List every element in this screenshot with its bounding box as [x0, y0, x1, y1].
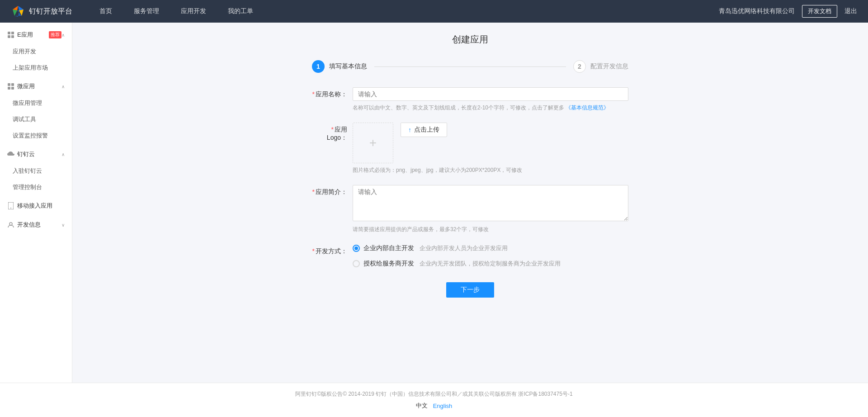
sidebar-item-appdev[interactable]: 应用开发 — [0, 43, 72, 60]
sidebar-group-cloud-header[interactable]: 钉钉云 ∧ — [0, 146, 72, 163]
svg-rect-8 — [8, 35, 10, 38]
app-logo-content: + ↑ 点击上传 图片格式必须为：png、jpeg、jpg，建议大小为200PX… — [353, 123, 628, 174]
svg-marker-3 — [13, 9, 17, 16]
app-logo-label: 应用Logo： — [312, 123, 353, 142]
app-name-input[interactable] — [353, 87, 628, 101]
logo-upload-button[interactable]: ↑ 点击上传 — [401, 123, 447, 137]
logo-text: 钉钉开放平台 — [29, 7, 72, 16]
eapp-arrow: ∧ — [61, 33, 65, 38]
dev-doc-button[interactable]: 开发文档 — [802, 5, 837, 18]
svg-rect-6 — [8, 32, 10, 34]
sidebar-group-cloud: 钉钉云 ∧ 入驻钉钉云 管理控制台 — [0, 146, 72, 195]
radio-desc-2: 企业内无开发团队，授权给定制服务商为企业开发应用 — [420, 260, 561, 268]
app-desc-hint: 请简要描述应用提供的产品或服务，最多32个字，可修改 — [353, 225, 628, 233]
microapp-arrow: ∧ — [61, 84, 65, 89]
app-name-label: 应用名称： — [312, 87, 353, 99]
eapp-badge: 推荐 — [49, 31, 61, 38]
svg-rect-11 — [11, 83, 14, 86]
logo-icon — [11, 4, 25, 19]
app-desc-label: 应用简介： — [312, 185, 353, 196]
sidebar-group-eapp: E应用 推荐 ∧ 应用开发 上架应用市场 — [0, 26, 72, 76]
step-2-circle: 2 — [573, 60, 586, 73]
sidebar-item-join-cloud[interactable]: 入驻钉钉云 — [0, 163, 72, 179]
layout: E应用 推荐 ∧ 应用开发 上架应用市场 微应用 ∧ 微应用管理 调试工具 设置… — [0, 23, 868, 383]
logo-upload-box[interactable]: + — [353, 123, 393, 163]
lang-en-button[interactable]: English — [433, 403, 453, 409]
app-logo-row: 应用Logo： + ↑ 点击上传 图片格式必须为：png、jpeg、jpg，建议… — [312, 123, 628, 174]
radio-label-2: 授权给服务商开发 — [363, 260, 414, 268]
nav-appdev[interactable]: 应用开发 — [181, 7, 206, 15]
logo-upload-area: + ↑ 点击上传 — [353, 123, 628, 163]
sidebar-group-eapp-header[interactable]: E应用 推荐 ∧ — [0, 26, 72, 43]
sidebar-item-publish[interactable]: 上架应用市场 — [0, 60, 72, 76]
step-2: 2 配置开发信息 — [573, 60, 628, 73]
svg-point-16 — [9, 223, 12, 225]
app-desc-content: 请简要描述应用提供的产品或服务，最多32个字，可修改 — [353, 185, 628, 233]
radio-label-1: 企业内部自主开发 — [363, 244, 414, 252]
sidebar-item-monitor[interactable]: 设置监控报警 — [0, 128, 72, 144]
app-desc-textarea[interactable] — [353, 185, 628, 221]
grid-icon-2 — [7, 83, 14, 90]
main-content: 创建应用 1 填写基本信息 2 配置开发信息 应用名称： — [72, 23, 868, 383]
mobile-icon — [7, 202, 14, 209]
step-1-circle: 1 — [312, 60, 325, 73]
devinfo-arrow: ∨ — [61, 223, 65, 227]
page-title: 创建应用 — [90, 33, 850, 46]
sidebar-group-microapp-header[interactable]: 微应用 ∧ — [0, 78, 72, 95]
app-logo-hint: 图片格式必须为：png、jpeg、jpg，建议大小为200PX*200PX，可修… — [353, 166, 628, 174]
next-step-button[interactable]: 下一步 — [446, 282, 494, 298]
logout-button[interactable]: 退出 — [844, 7, 857, 15]
nav-worklist[interactable]: 我的工单 — [228, 7, 253, 15]
cloud-arrow: ∧ — [61, 152, 65, 157]
svg-rect-13 — [11, 87, 14, 90]
dev-mode-row: 开发方式： 企业内部自主开发 企业内部开发人员为企业开发应用 — [312, 244, 628, 268]
app-name-content: 名称可以由中文、数字、英文及下划线组成，长度在2-10个字符，可修改，点击了解更… — [353, 87, 628, 112]
header: 钉钉开放平台 首页 服务管理 应用开发 我的工单 青岛迅优网络科技有限公司 开发… — [0, 0, 868, 23]
sidebar-eapp-label: E应用 — [17, 31, 47, 39]
sidebar-item-microapp-manage[interactable]: 微应用管理 — [0, 95, 72, 111]
upload-icon: ↑ — [408, 126, 411, 133]
dev-mode-radio-group: 企业内部自主开发 企业内部开发人员为企业开发应用 授权给服务商开发 企业内无开发… — [353, 244, 628, 268]
footer-copyright: 阿里钉钉©版权公告© 2014-2019 钉钉（中国）信息技术有限公司和／或其关… — [7, 390, 861, 398]
radio-desc-1: 企业内部开发人员为企业开发应用 — [420, 244, 508, 252]
svg-rect-7 — [11, 32, 14, 34]
sidebar-cloud-label: 钉钉云 — [17, 150, 61, 158]
grid-icon — [7, 31, 14, 38]
dev-mode-option-1[interactable]: 企业内部自主开发 企业内部开发人员为企业开发应用 — [353, 244, 628, 252]
header-right: 青岛迅优网络科技有限公司 开发文档 退出 — [719, 5, 857, 18]
svg-rect-9 — [11, 35, 14, 38]
sidebar-group-devinfo: 开发信息 ∨ — [0, 216, 72, 233]
sidebar-devinfo-label: 开发信息 — [17, 221, 61, 229]
app-name-hint-link[interactable]: 《基本信息规范》 — [566, 104, 609, 111]
company-name: 青岛迅优网络科技有限公司 — [719, 7, 795, 15]
sidebar-mobile-label: 移动接入应用 — [17, 202, 65, 210]
logo-plus-icon: + — [369, 136, 377, 150]
radio-dot-1 — [354, 246, 358, 250]
nav-service[interactable]: 服务管理 — [134, 7, 159, 15]
svg-rect-10 — [8, 83, 10, 86]
svg-rect-12 — [8, 87, 10, 90]
nav-home[interactable]: 首页 — [99, 7, 112, 15]
sidebar-item-debug[interactable]: 调试工具 — [0, 111, 72, 128]
svg-point-15 — [10, 208, 11, 208]
footer-lang: 中文 English — [7, 402, 861, 410]
footer: 阿里钉钉©版权公告© 2014-2019 钉钉（中国）信息技术有限公司和／或其关… — [0, 383, 868, 417]
radio-circle-1 — [353, 245, 360, 252]
steps: 1 填写基本信息 2 配置开发信息 — [312, 60, 628, 73]
main-nav: 首页 服务管理 应用开发 我的工单 — [99, 7, 719, 15]
sidebar-group-mobile-header[interactable]: 移动接入应用 — [0, 197, 72, 214]
step-divider — [374, 66, 566, 67]
sidebar-microapp-label: 微应用 — [17, 82, 61, 90]
sidebar: E应用 推荐 ∧ 应用开发 上架应用市场 微应用 ∧ 微应用管理 调试工具 设置… — [0, 23, 72, 383]
step-1-label: 填写基本信息 — [329, 62, 367, 71]
dev-mode-label: 开发方式： — [312, 244, 353, 256]
app-desc-row: 应用简介： 请简要描述应用提供的产品或服务，最多32个字，可修改 — [312, 185, 628, 233]
dev-mode-content: 企业内部自主开发 企业内部开发人员为企业开发应用 授权给服务商开发 企业内无开发… — [353, 244, 628, 268]
dev-mode-option-2[interactable]: 授权给服务商开发 企业内无开发团队，授权给定制服务商为企业开发应用 — [353, 260, 628, 268]
lang-zh-button[interactable]: 中文 — [416, 402, 428, 410]
sidebar-item-console[interactable]: 管理控制台 — [0, 179, 72, 195]
sidebar-group-microapp: 微应用 ∧ 微应用管理 调试工具 设置监控报警 — [0, 78, 72, 144]
radio-circle-2 — [353, 260, 360, 267]
cloud-icon — [7, 151, 14, 158]
sidebar-group-devinfo-header[interactable]: 开发信息 ∨ — [0, 216, 72, 233]
